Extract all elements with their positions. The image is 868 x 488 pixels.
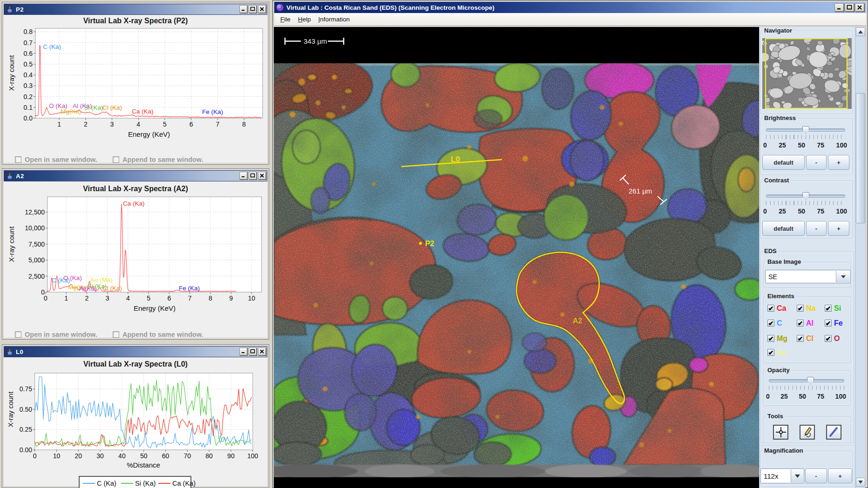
svg-text:Energy (KeV): Energy (KeV) [134, 304, 176, 312]
svg-text:0.0: 0.0 [24, 114, 33, 122]
svg-text:Fe (Ka): Fe (Ka) [179, 285, 200, 292]
svg-text:90: 90 [227, 452, 235, 460]
svg-text:8: 8 [242, 120, 246, 128]
svg-text:40: 40 [118, 452, 126, 460]
svg-text:10,000: 10,000 [25, 224, 45, 232]
svg-text:Virtual Lab X-ray Spectra (P2): Virtual Lab X-ray Spectra (P2) [83, 17, 188, 25]
svg-text:%Distance: %Distance [127, 461, 160, 469]
svg-text:Ca (Ka): Ca (Ka) [123, 200, 145, 207]
svg-text:70: 70 [184, 452, 191, 460]
svg-text:50: 50 [140, 452, 148, 460]
svg-text:X-ray count: X-ray count [7, 391, 14, 428]
svg-text:0.1: 0.1 [24, 104, 33, 111]
svg-text:3: 3 [110, 120, 114, 128]
svg-text:Cl (Ka): Cl (Ka) [102, 285, 122, 292]
svg-text:0: 0 [33, 452, 37, 460]
svg-text:Virtual Lab X-ray Spectra (A2): Virtual Lab X-ray Spectra (A2) [83, 185, 188, 193]
svg-text:X-ray count: X-ray count [7, 55, 15, 91]
svg-text:8: 8 [209, 294, 212, 302]
svg-text:1: 1 [64, 294, 68, 302]
svg-text:Virtual Lab X-ray Spectra (L0): Virtual Lab X-ray Spectra (L0) [83, 360, 188, 368]
svg-text:Si (Ka): Si (Ka) [135, 480, 156, 487]
svg-text:7: 7 [188, 294, 192, 302]
svg-text:Si (Ka): Si (Ka) [84, 104, 103, 111]
svg-text:Au (Ma): Au (Ma) [90, 276, 113, 283]
svg-text:O (Ka): O (Ka) [63, 274, 82, 281]
svg-text:Cl (Ka): Cl (Ka) [102, 104, 122, 111]
svg-text:C (Ka): C (Ka) [97, 480, 116, 487]
svg-text:Energy (KeV): Energy (KeV) [128, 130, 170, 138]
svg-text:2: 2 [85, 294, 88, 302]
svg-text:5: 5 [147, 294, 150, 302]
svg-text:0.50: 0.50 [20, 406, 32, 413]
svg-text:4: 4 [126, 294, 130, 302]
svg-text:6: 6 [190, 120, 193, 128]
svg-text:0.00: 0.00 [20, 446, 32, 454]
svg-text:0.75: 0.75 [20, 385, 32, 393]
svg-text:30: 30 [96, 452, 104, 460]
svg-text:0.4: 0.4 [24, 71, 33, 79]
svg-text:C (Ka): C (Ka) [43, 43, 61, 50]
svg-text:7: 7 [216, 120, 219, 128]
svg-text:2,500: 2,500 [28, 273, 45, 280]
svg-text:7,500: 7,500 [28, 241, 45, 248]
svg-text:0.3: 0.3 [24, 82, 33, 89]
svg-text:6: 6 [167, 294, 171, 302]
svg-text:1: 1 [57, 120, 61, 128]
svg-text:Fe (Ka): Fe (Ka) [202, 108, 223, 115]
svg-text:261 µm: 261 µm [629, 187, 652, 195]
svg-text:5: 5 [163, 120, 167, 128]
svg-text:3: 3 [106, 294, 109, 302]
svg-text:0.5: 0.5 [24, 60, 33, 68]
svg-text:10: 10 [248, 294, 256, 302]
svg-text:12,500: 12,500 [25, 208, 45, 216]
svg-text:0.6: 0.6 [24, 50, 33, 57]
svg-text:9: 9 [229, 294, 233, 302]
svg-text:80: 80 [205, 452, 213, 460]
svg-text:0: 0 [44, 294, 47, 302]
svg-text:0.7: 0.7 [24, 39, 33, 47]
svg-text:0.8: 0.8 [24, 28, 33, 35]
svg-text:343 µm: 343 µm [304, 37, 327, 45]
svg-text:0.25: 0.25 [20, 426, 32, 433]
svg-text:Ca (Ka): Ca (Ka) [172, 480, 196, 487]
svg-text:A2: A2 [573, 317, 583, 325]
svg-text:2: 2 [84, 120, 88, 128]
svg-text:Ca (Ka): Ca (Ka) [132, 108, 154, 115]
svg-text:0.2: 0.2 [24, 93, 33, 100]
svg-text:5,000: 5,000 [28, 256, 45, 264]
svg-text:4: 4 [136, 120, 140, 128]
svg-text:L0: L0 [451, 155, 460, 164]
svg-text:100: 100 [247, 452, 258, 460]
svg-text:P2: P2 [425, 240, 434, 247]
svg-text:10: 10 [53, 452, 61, 460]
svg-text:20: 20 [75, 452, 82, 460]
svg-text:X-ray count: X-ray count [7, 226, 15, 262]
svg-text:60: 60 [162, 452, 170, 460]
